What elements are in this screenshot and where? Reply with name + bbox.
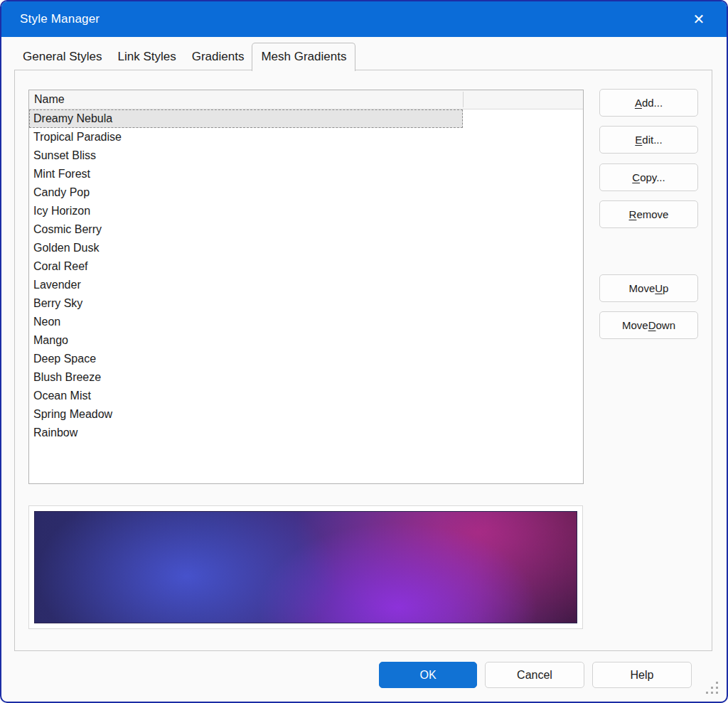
list-item[interactable]: Tropical Paradise bbox=[29, 128, 583, 146]
list-item[interactable]: Mint Forest bbox=[29, 165, 583, 183]
name-column-label: Name bbox=[29, 93, 65, 106]
gradient-preview-frame bbox=[28, 505, 583, 629]
list-item[interactable]: Coral Reef bbox=[29, 257, 583, 276]
button-label-part: own bbox=[656, 319, 676, 331]
list-item[interactable]: Icy Horizon bbox=[29, 202, 583, 220]
resize-grip-icon[interactable] bbox=[705, 682, 718, 694]
button-label-part: U bbox=[655, 282, 663, 294]
title-bar[interactable]: Style Manager ✕ bbox=[1, 1, 727, 37]
list-body: Dreamy NebulaTropical ParadiseSunset Bli… bbox=[29, 109, 583, 442]
list-column-header[interactable]: Name bbox=[29, 90, 583, 109]
cancel-button[interactable]: Cancel bbox=[485, 662, 584, 688]
list-item[interactable]: Cosmic Berry bbox=[29, 220, 583, 239]
remove-button[interactable]: Remove bbox=[599, 200, 698, 228]
movedown-button[interactable]: Move Down bbox=[599, 311, 698, 339]
gradient-preview bbox=[34, 511, 577, 623]
list-item[interactable]: Spring Meadow bbox=[29, 405, 583, 424]
list-item[interactable]: Neon bbox=[29, 313, 583, 331]
list-item[interactable]: Mango bbox=[29, 331, 583, 350]
tab-gradients[interactable]: Gradients bbox=[184, 45, 252, 70]
tab-mesh-gradients[interactable]: Mesh Gradients bbox=[252, 43, 355, 71]
button-label-part: Move bbox=[629, 282, 655, 294]
button-label-part: dit... bbox=[642, 134, 662, 146]
button-label-part: opy... bbox=[640, 171, 665, 183]
close-icon[interactable]: ✕ bbox=[687, 7, 711, 31]
button-label-part: D bbox=[648, 319, 656, 331]
style-manager-dialog: Style Manager ✕ General StylesLink Style… bbox=[0, 0, 728, 703]
button-label-part: C bbox=[632, 171, 640, 183]
button-label-part: A bbox=[635, 97, 642, 109]
button-label-part: p bbox=[663, 282, 668, 294]
list-item[interactable]: Golden Dusk bbox=[29, 239, 583, 257]
edit-button[interactable]: Edit... bbox=[599, 126, 698, 154]
styles-list: Name Dreamy NebulaTropical ParadiseSunse… bbox=[28, 90, 584, 484]
window-title: Style Manager bbox=[1, 12, 100, 26]
tab-bar: General StylesLink StylesGradientsMesh G… bbox=[14, 37, 714, 70]
column-separator[interactable] bbox=[463, 92, 464, 107]
list-item[interactable]: Lavender bbox=[29, 276, 583, 294]
list-item[interactable]: Dreamy Nebula bbox=[29, 109, 463, 128]
list-item[interactable]: Rainbow bbox=[29, 424, 583, 442]
mesh-gradients-panel: Name Dreamy NebulaTropical ParadiseSunse… bbox=[14, 70, 712, 651]
add-button[interactable]: Add... bbox=[599, 89, 698, 117]
list-item[interactable]: Blush Breeze bbox=[29, 368, 583, 387]
tab-general-styles[interactable]: General Styles bbox=[15, 45, 110, 70]
list-item[interactable]: Ocean Mist bbox=[29, 387, 583, 405]
button-label-part: emove bbox=[636, 208, 668, 220]
list-item[interactable]: Berry Sky bbox=[29, 294, 583, 313]
button-label-part: dd... bbox=[642, 97, 663, 109]
list-item[interactable]: Candy Pop bbox=[29, 183, 583, 202]
copy-button[interactable]: Copy... bbox=[599, 163, 698, 191]
button-label-part: E bbox=[635, 134, 642, 146]
ok-button[interactable]: OK bbox=[379, 662, 477, 688]
list-item[interactable]: Sunset Bliss bbox=[29, 146, 583, 165]
button-label-part: R bbox=[629, 208, 637, 220]
moveup-button[interactable]: Move Up bbox=[599, 274, 698, 302]
button-label-part: Move bbox=[622, 319, 648, 331]
list-item[interactable]: Deep Space bbox=[29, 350, 583, 368]
help-button[interactable]: Help bbox=[592, 662, 692, 688]
tab-link-styles[interactable]: Link Styles bbox=[110, 45, 184, 70]
